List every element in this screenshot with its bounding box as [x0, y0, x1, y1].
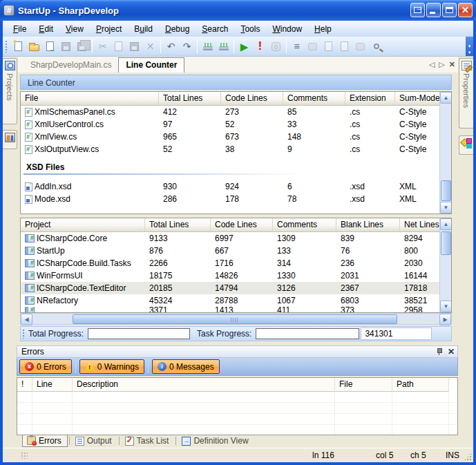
- tab-line-counter[interactable]: Line Counter: [118, 57, 184, 73]
- scroll-up-icon[interactable]: ▲: [440, 218, 452, 230]
- value-cell: XML: [395, 180, 444, 193]
- classes-pad-tab[interactable]: [459, 135, 473, 155]
- resize-grip[interactable]: [464, 453, 472, 461]
- column-header-blank-lines[interactable]: Blank Lines: [336, 218, 400, 232]
- menu-item-view[interactable]: View: [59, 22, 90, 36]
- column-header-code-lines[interactable]: Code Lines: [221, 92, 283, 106]
- tab-scroll-right-button[interactable]: ▷: [439, 59, 444, 69]
- app-icon: #: [3, 5, 15, 16]
- column-header-extension[interactable]: Extension: [345, 92, 395, 106]
- deattach-button[interactable]: [410, 3, 425, 17]
- table-row[interactable]: XmlUserControl.cs975233.csC-Style: [21, 118, 451, 131]
- toolbar-grip[interactable]: [5, 40, 8, 53]
- close-button[interactable]: ✕: [458, 3, 473, 17]
- table-row[interactable]: AddIn.xsd9309246.xsdXML: [21, 180, 451, 193]
- files-table-scrollbar[interactable]: ▲ ▼: [439, 92, 451, 213]
- table-row[interactable]: XslOutputView.cs52389.csC-Style: [21, 143, 451, 155]
- menu-item-window[interactable]: Window: [266, 22, 308, 36]
- scrollbar-thumb[interactable]: [73, 314, 397, 324]
- new-file-icon[interactable]: [10, 39, 26, 55]
- projects-table-scrollbar[interactable]: ▲ ▼: [439, 218, 451, 312]
- table-row[interactable]: WinFormsUI18175148261330203116144: [21, 269, 451, 282]
- table-row[interactable]: XmlView.cs965673148.csC-Style: [21, 131, 451, 143]
- column-header-file[interactable]: File: [21, 92, 159, 106]
- menu-item-help[interactable]: Help: [308, 22, 338, 36]
- progress-row-grip[interactable]: [22, 329, 26, 339]
- value-cell: 6997: [211, 232, 273, 245]
- progress-bar-row: Total Progress: Task Progress: 341301: [20, 326, 452, 341]
- column-header-item[interactable]: !: [17, 378, 32, 392]
- column-header-file[interactable]: File: [335, 378, 392, 392]
- projects-table: ProjectTotal LinesCode LinesCommentsBlan…: [20, 218, 452, 313]
- open-with-icon[interactable]: [42, 39, 58, 55]
- open-file-icon[interactable]: [26, 39, 42, 55]
- column-header-description[interactable]: Description: [73, 378, 335, 392]
- errors-filter-button-0-errors[interactable]: x0 Errors: [19, 359, 72, 374]
- tab-sharpdevelopmain-cs[interactable]: SharpDevelopMain.cs: [23, 58, 118, 73]
- column-header-total-lines[interactable]: Total Lines: [159, 92, 221, 106]
- table-row[interactable]: 337114134113732958: [21, 307, 451, 313]
- menu-item-edit[interactable]: Edit: [32, 22, 59, 36]
- menu-item-search[interactable]: Search: [196, 22, 234, 36]
- tab-close-button[interactable]: ✕: [449, 59, 455, 69]
- maximize-button[interactable]: [442, 3, 457, 17]
- find-icon[interactable]: [368, 39, 384, 55]
- redo-icon[interactable]: ↷: [179, 39, 195, 55]
- table-row[interactable]: ICSharpCode.Build.Tasks22661716314236203…: [21, 257, 451, 269]
- scrollbar-thumb[interactable]: [441, 231, 451, 255]
- table-row[interactable]: NRefactory45324287881067680338521: [21, 294, 451, 307]
- column-header-comments[interactable]: Comments: [283, 92, 345, 106]
- column-header-comments[interactable]: Comments: [273, 218, 336, 232]
- tab-label: Definition View: [193, 436, 248, 446]
- table-row[interactable]: Mode.xsd28617878.xsdXML: [21, 193, 451, 205]
- char-indicator: ch 5: [410, 450, 426, 460]
- bottom-tab-errors[interactable]: Errors: [22, 435, 68, 447]
- total-progress-bar: [88, 328, 190, 339]
- scrollbar-thumb[interactable]: [441, 180, 451, 201]
- build-project-icon[interactable]: [216, 39, 231, 55]
- bottom-tab-definition-view[interactable]: Definition View: [178, 435, 254, 447]
- column-header-path[interactable]: Path: [392, 378, 449, 392]
- bottom-tab-output[interactable]: Output: [71, 435, 117, 447]
- errors-close-icon[interactable]: ✕: [448, 348, 455, 356]
- scroll-up-icon[interactable]: ▲: [440, 92, 452, 104]
- tools-pad-tab[interactable]: [3, 130, 17, 149]
- tab-scroll-left-button[interactable]: ◁: [429, 59, 435, 69]
- column-header-line[interactable]: Line: [32, 378, 73, 392]
- properties-pad-tab[interactable]: Properties: [459, 58, 473, 129]
- column-header-code-lines[interactable]: Code Lines: [211, 218, 273, 232]
- menu-item-tools[interactable]: Tools: [234, 22, 266, 36]
- errors-filter-button-0-warnings[interactable]: !0 Warnings: [79, 359, 144, 374]
- table-row[interactable]: StartUp87666713376800: [21, 245, 451, 257]
- column-header-sum-mode[interactable]: Sum-Mode: [395, 92, 444, 106]
- run-icon[interactable]: ▶: [236, 39, 252, 55]
- minimize-button[interactable]: [426, 3, 441, 17]
- errors-filter-button-0-messages[interactable]: i0 Messages: [152, 359, 220, 374]
- column-header-net-lines[interactable]: Net Lines: [400, 218, 444, 232]
- column-header-project[interactable]: Project: [21, 218, 145, 232]
- scroll-down-icon[interactable]: ▼: [440, 301, 452, 312]
- name-cell: ICSharpCode.Build.Tasks: [21, 257, 145, 269]
- menu-item-file[interactable]: File: [7, 22, 32, 36]
- table-row[interactable]: ICSharpCode.TextEditor201851479431262367…: [21, 282, 451, 294]
- toolbar-overflow-button[interactable]: ▾▾: [466, 37, 473, 56]
- projects-pad-tab[interactable]: Projects: [3, 58, 17, 124]
- horizontal-scrollbar[interactable]: ◀ ▶: [20, 313, 452, 325]
- table-row[interactable]: XmlSchemasPanel.cs41227385.csC-Style: [21, 106, 451, 118]
- scroll-right-icon[interactable]: ▶: [439, 314, 451, 325]
- column-header-total-lines[interactable]: Total Lines: [145, 218, 211, 232]
- bottom-tab-task-list[interactable]: Task List: [121, 435, 175, 447]
- menu-item-project[interactable]: Project: [90, 22, 128, 36]
- scroll-left-icon[interactable]: ◀: [21, 314, 32, 325]
- build-solution-icon[interactable]: [200, 39, 216, 55]
- undo-icon[interactable]: ↶: [163, 39, 179, 55]
- table-row[interactable]: ICSharpCode.Core9133699713098398294: [21, 232, 451, 245]
- menu-item-debug[interactable]: Debug: [159, 22, 196, 36]
- abort-icon[interactable]: !: [252, 39, 268, 55]
- bookmark-list-icon[interactable]: ≡: [289, 39, 305, 55]
- csharp-file-icon: [25, 108, 32, 117]
- toggle-bookmark-icon: [305, 39, 321, 55]
- pin-icon[interactable]: [437, 348, 442, 356]
- scroll-down-icon[interactable]: ▼: [440, 202, 452, 213]
- menu-item-build[interactable]: Build: [128, 22, 159, 36]
